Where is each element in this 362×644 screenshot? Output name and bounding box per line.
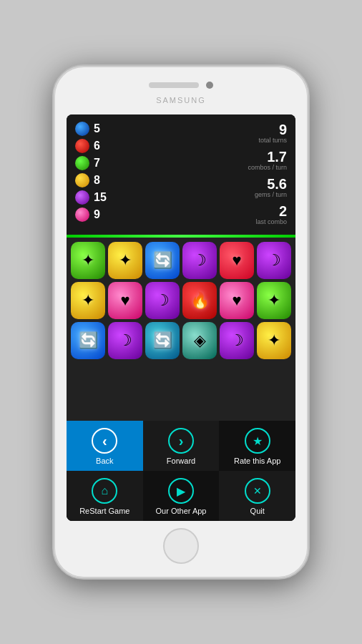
quit-label: Quit [250,507,265,515]
stat-row-purple: 15 [75,190,107,205]
gem-icon-red [75,139,89,153]
quit-icon: ✕ [253,485,262,497]
total-turns-value: 9 [258,122,287,137]
stat-last-combo: 2 last combo [255,203,287,226]
forward-icon: › [179,433,184,449]
forward-button[interactable]: › Forward [143,421,220,471]
other-app-button[interactable]: ▶ Our Other App [143,471,220,521]
controls-row-1: ‹ Back › Forward ★ Rate thi [67,421,295,471]
controls-row-2: ⌂ ReStart Game ▶ Our Other App ✕ [67,471,295,521]
back-icon-circle: ‹ [92,428,117,454]
stat-row-red: 6 [75,139,107,153]
gem-symbol: ♥ [232,293,241,308]
gem-symbol: ✦ [268,293,280,308]
gem-cell[interactable]: ♥ [220,242,254,279]
gem-icon-blue [75,122,89,136]
gem-icon-gold [75,173,89,187]
gem-symbol: ☽ [155,293,170,308]
combos-turn-label: combos / turn [248,165,287,172]
stat-gems-turn: 5.6 gems / turn [255,176,287,199]
last-combo-label: last combo [255,219,287,226]
stat-row-green: 7 [75,156,107,170]
restart-icon: ⌂ [101,484,108,497]
gem-cell[interactable]: 🔄 [145,242,180,279]
gem-icon-green [75,156,89,170]
grid-row-3: 🔄 ☽ 🔄 ◈ ☽ ✦ [71,322,291,359]
stat-value-blue: 5 [94,122,100,135]
gem-cell[interactable]: 🔄 [145,322,180,359]
other-app-icon: ▶ [177,484,185,498]
gem-cell[interactable]: ☽ [182,242,217,279]
restart-label: ReStart Game [79,507,129,515]
controls-area: ‹ Back › Forward ★ Rate thi [67,421,295,521]
gem-cell[interactable]: ♥ [220,282,254,319]
gem-symbol: ◈ [194,333,206,348]
combos-turn-value: 1.7 [248,149,287,165]
gem-symbol: ☽ [267,253,281,268]
stat-value-gold: 8 [94,174,100,187]
last-combo-value: 2 [255,203,287,219]
stat-combos-turn: 1.7 combos / turn [248,149,287,172]
stat-value-pink: 9 [94,208,100,221]
gem-cell[interactable]: ☽ [257,242,291,279]
stat-value-purple: 15 [94,191,107,204]
phone-frame: SAMSUNG 5 6 [52,64,310,580]
gem-cell[interactable]: ✦ [71,282,105,319]
gem-symbol: ♥ [232,253,241,268]
grid-row-2: ✦ ♥ ☽ 🔥 ♥ ✦ [71,282,291,319]
quit-button[interactable]: ✕ Quit [219,471,295,521]
forward-label: Forward [167,457,195,465]
back-button[interactable]: ‹ Back [67,421,143,471]
stat-value-green: 7 [94,157,100,170]
back-label: Back [96,457,113,465]
gem-cell[interactable]: ◈ [182,322,217,359]
gem-cell[interactable]: ✦ [257,322,291,359]
home-button[interactable] [163,528,199,564]
stat-row-pink: 9 [75,208,107,222]
total-turns-label: total turns [258,137,287,145]
game-grid: ✦ ✦ 🔄 ☽ ♥ ☽ [67,238,295,421]
gem-cell[interactable]: ♥ [108,282,142,319]
gem-cell[interactable]: ☽ [108,322,142,359]
other-app-icon-circle: ▶ [168,478,194,504]
gem-symbol: ☽ [230,333,244,348]
gem-cell[interactable]: ✦ [108,242,142,279]
gems-turn-label: gems / turn [255,192,287,199]
gem-symbol: 🔄 [79,333,98,348]
gem-symbol: ✦ [119,253,132,268]
back-icon: ‹ [102,433,107,449]
stat-row-gold: 8 [75,173,107,187]
forward-icon-circle: › [168,428,194,454]
stats-panel: 5 6 7 [67,114,295,235]
gem-cell[interactable]: 🔄 [71,322,105,359]
rate-app-button[interactable]: ★ Rate this App [219,421,295,471]
gem-cell[interactable]: ✦ [257,282,291,319]
restart-game-button[interactable]: ⌂ ReStart Game [67,471,143,521]
phone-screen: 5 6 7 [67,114,295,521]
stat-rows-left: 5 6 7 [75,122,107,229]
restart-icon-circle: ⌂ [92,478,117,504]
gem-icon-purple [75,190,89,205]
gem-cell[interactable]: ☽ [145,282,180,319]
gem-symbol: 🔥 [190,293,210,308]
gem-symbol: ☽ [118,333,132,348]
gem-cell[interactable]: 🔥 [182,282,217,319]
grid-row-1: ✦ ✦ 🔄 ☽ ♥ ☽ [71,242,291,279]
stat-total-turns: 9 total turns [258,122,287,145]
gem-symbol: ✦ [268,333,280,348]
gem-cell[interactable]: ☽ [220,322,254,359]
gem-symbol: ✦ [82,253,94,268]
rate-icon-circle: ★ [245,428,270,454]
stats-right: 9 total turns 1.7 combos / turn 5.6 gems… [248,122,287,229]
gem-symbol: ☽ [192,253,207,268]
phone-top-bar [149,82,213,89]
rate-label: Rate this App [234,457,280,465]
stat-row-blue: 5 [75,122,107,136]
screen-content: 5 6 7 [67,114,295,521]
gem-symbol: 🔄 [153,253,172,268]
gem-symbol: ♥ [120,293,129,308]
speaker-grille [149,82,199,88]
gem-cell[interactable]: ✦ [71,242,105,279]
camera [206,82,213,89]
rate-icon: ★ [253,434,263,448]
